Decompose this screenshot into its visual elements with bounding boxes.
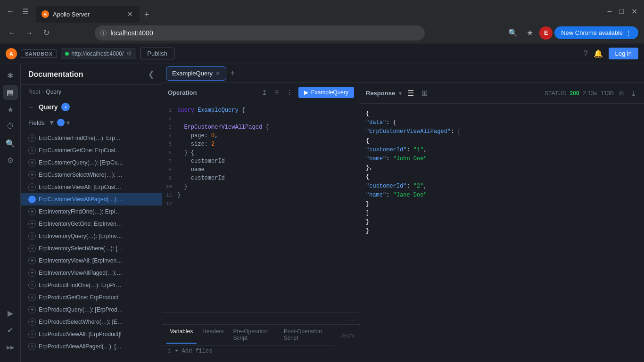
field-list-item[interactable]: +ErpCustomerSelectWhere(…): [Erp… (21, 169, 162, 181)
field-list-item[interactable]: +ErpProductGetOne: ErpProduct (21, 291, 162, 304)
run-icon-btn[interactable]: ▶ (3, 305, 18, 321)
bookmark-btn[interactable]: ★ (522, 25, 537, 41)
sort-down-icon[interactable]: ▼ (49, 119, 55, 126)
search-icon-btn[interactable]: 🔍 (3, 136, 18, 151)
profile-switcher-btn[interactable]: ☰ (19, 5, 32, 18)
breadcrumb-root[interactable]: Root (28, 89, 40, 95)
share-btn[interactable]: ↥ (260, 87, 269, 98)
field-list-item[interactable]: +ErpProductViewAllPaged(…): [Erp… (21, 340, 162, 353)
add-tab-btn[interactable]: + (228, 68, 237, 78)
tab-close-icon[interactable]: ✕ (215, 70, 220, 77)
field-list-item[interactable]: +ErpProductSelectWhere(…): [ErpP… (21, 316, 162, 328)
variables-content[interactable]: 1 + Add files (162, 346, 360, 362)
chrome-update-btn[interactable]: New Chrome available ⋮ (554, 26, 638, 39)
field-list-item[interactable]: +ErpProductFindOne(…): ErpProduct (21, 279, 162, 291)
fields-filter-dot[interactable] (57, 119, 65, 126)
field-list-item[interactable]: +ErpProductViewAll: [ErpProduct]! (21, 328, 162, 340)
variable-tab[interactable]: Variables (166, 327, 197, 344)
variable-tab[interactable]: Pre-Operation Script (230, 327, 278, 344)
field-list-item[interactable]: +ErpCustomerGetOne: ErpCustomer (21, 144, 162, 156)
add-files-btn[interactable]: + Add files (175, 348, 212, 354)
field-add-icon: + (28, 343, 36, 350)
copy-btn[interactable]: ⎘ (273, 87, 281, 98)
variable-tab[interactable]: Post-Operation Script (280, 327, 331, 344)
graph-icon-btn[interactable]: ✱ (3, 68, 18, 83)
response-line: "name": "Jane Doe" (366, 191, 638, 200)
field-list-item[interactable]: +ErpCustomerQuery(…): [ErpCustom… (21, 156, 162, 169)
history-icon-btn[interactable]: ⏱ (3, 119, 18, 134)
response-line: "name": "John Doe" (366, 155, 638, 164)
address-bar[interactable]: ⓘ localhost:4000 (95, 25, 425, 41)
tab-example-query[interactable]: ExampleQuery ✕ (166, 66, 226, 81)
table-view-btn[interactable]: ⊞ (420, 87, 429, 99)
tab-close-btn[interactable]: ✕ (126, 9, 134, 19)
query-title: Query (39, 103, 58, 111)
query-info-badge[interactable]: • (61, 103, 70, 111)
chrome-update-label: New Chrome available (561, 29, 623, 36)
variables-bar: VariablesHeadersPre-Operation ScriptPost… (162, 324, 360, 362)
field-name-label: ErpInventoryViewAllPaged(…): [E… (39, 270, 124, 276)
response-chevron-icon[interactable]: ▾ (399, 90, 402, 97)
login-button[interactable]: Log in (609, 48, 638, 59)
minimize-btn[interactable]: – (604, 4, 614, 18)
run-query-btn[interactable]: ▶ ExampleQuery (298, 87, 354, 98)
sidebar-collapse-btn[interactable]: ❮ (148, 70, 154, 79)
field-list-item[interactable]: +ErpInventoryGetOne: ErpInventory (21, 218, 162, 230)
field-name-label: ErpProductFindOne(…): ErpProduct (39, 282, 124, 288)
variable-tab[interactable]: Headers (198, 327, 227, 344)
publish-button[interactable]: Publish (140, 48, 174, 59)
response-copy-btn[interactable]: ⎘ (618, 88, 625, 99)
apollo-logo[interactable]: A (6, 48, 17, 59)
security-icon: ⓘ (100, 29, 107, 37)
line-content: customerId (177, 157, 360, 165)
code-editor[interactable]: 1query ExampleQuery {2 3 ErpCustomerView… (162, 102, 360, 313)
field-name-label: ErpProductViewAllPaged(…): [Erp… (39, 343, 124, 350)
field-name-label: ErpCustomerViewAll: [ErpCustome… (39, 184, 124, 190)
docs-icon-btn[interactable]: ▤ (3, 85, 18, 100)
fields-more-icon[interactable]: ▾ (66, 119, 70, 126)
list-view-btn[interactable]: ☰ (405, 87, 416, 99)
new-tab-btn[interactable]: + (141, 7, 152, 23)
response-line: }, (366, 164, 638, 173)
editor-toolbar: Operation ↥ ⎘ ⋮ ▶ ExampleQuery (162, 83, 360, 102)
settings-icon-btn[interactable]: ⚙ (3, 153, 18, 168)
field-list-item[interactable]: +ErpCustomerViewAll: [ErpCustome… (21, 181, 162, 193)
field-list-item[interactable]: +ErpInventoryFindOne(…): ErpInve… (21, 206, 162, 218)
status-code: 200 (570, 90, 579, 97)
var-line-num: 1 (168, 348, 171, 354)
env-settings-icon[interactable]: ⚙ (126, 50, 132, 57)
line-content: ) { (177, 148, 360, 157)
response-download-btn[interactable]: ⤓ (629, 88, 638, 99)
sidebar-back-btn[interactable]: ← (28, 103, 35, 111)
user-avatar[interactable]: E (539, 26, 553, 40)
field-name-label: ErpCustomerViewAllPaged(…): [Er… (39, 196, 124, 203)
field-list-item[interactable]: +ErpInventorySelectWhere(…): [Er… (21, 242, 162, 255)
search-icon-btn[interactable]: 🔍 (505, 25, 520, 41)
nav-back-btn[interactable]: ← (6, 26, 19, 40)
close-btn[interactable]: ✕ (628, 4, 640, 19)
field-list-item[interactable]: +ErpCustomerFindOne(…): ErpCusto… (21, 132, 162, 144)
field-list-item[interactable]: +ErpInventoryViewAllPaged(…): [E… (21, 267, 162, 279)
back-btn[interactable]: ← (4, 5, 17, 18)
line-content: size: 2 (177, 140, 360, 148)
field-list-item[interactable]: +ErpProductQuery(…): [ErpProduct… (21, 304, 162, 316)
check-icon-btn[interactable]: ✔ (3, 322, 18, 337)
code-line: 7 customerId (162, 157, 360, 165)
bookmark-icon-btn[interactable]: ★ (3, 102, 18, 117)
active-tab[interactable]: A Apollo Server ✕ (36, 6, 140, 23)
field-list-item[interactable]: ErpCustomerViewAllPaged(…): [Er… (21, 193, 162, 206)
more-btn[interactable]: ⋮ (284, 87, 295, 98)
expand-icon-btn[interactable]: ▸▸ (3, 339, 18, 354)
env-url[interactable]: http://localhost:4000/ ⚙ (61, 48, 137, 59)
line-number: 10 (162, 182, 177, 191)
nav-refresh-btn[interactable]: ↻ (40, 26, 53, 40)
field-name-label: ErpInventoryGetOne: ErpInventory (39, 221, 124, 227)
field-add-icon: + (28, 330, 36, 338)
field-list-item[interactable]: +ErpInventoryViewAll: [ErpInvent… (21, 255, 162, 267)
help-icon[interactable]: ? (584, 49, 588, 58)
notification-icon[interactable]: 🔔 (594, 49, 603, 58)
maximize-btn[interactable]: □ (616, 4, 627, 18)
nav-forward-btn[interactable]: → (23, 26, 36, 40)
field-name-label: ErpInventoryQuery(…): [ErpInven… (39, 233, 124, 239)
field-list-item[interactable]: +ErpInventoryQuery(…): [ErpInven… (21, 230, 162, 242)
